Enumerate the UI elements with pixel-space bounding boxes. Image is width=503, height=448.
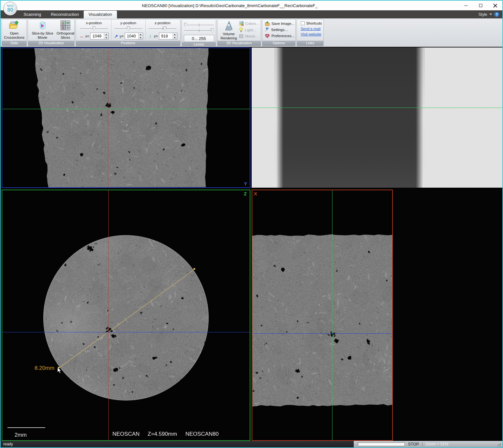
volume-rendering-button[interactable]: Volume Rendering [219, 19, 238, 40]
slice-movie-button[interactable]: Slice-by-Slice Movie [28, 19, 57, 40]
x-equals-label: x= [85, 34, 89, 38]
levels-low-tick [199, 24, 199, 26]
maximize-button[interactable] [473, 1, 488, 10]
z-slider-thumb[interactable] [163, 26, 166, 31]
measurement-endpoint-end[interactable] [194, 268, 195, 270]
xy-crosshair-horizontal-green[interactable] [2, 109, 250, 109]
levels-high-thumb[interactable] [211, 28, 214, 33]
group-caption-levels: Levels [182, 42, 216, 46]
group-caption-3d: 3D Visualization [217, 41, 261, 46]
spin-up-icon [140, 34, 141, 35]
z-axis-arrow-icon: ↕ [148, 34, 153, 38]
y-position-slider[interactable] [114, 26, 142, 31]
shortcuts-checkbox[interactable] [301, 21, 305, 25]
footer-z-value: Z=4.590mm [148, 431, 177, 437]
window-title: NEOSCAN80 [Visualization] D:\Results\Geo… [1, 3, 459, 8]
viewport-projection [252, 47, 502, 188]
help-icon[interactable]: ? [494, 12, 499, 17]
minimize-icon [464, 5, 468, 6]
z-spin-down-button[interactable] [173, 36, 177, 39]
tab-visualization[interactable]: Visualization [84, 11, 117, 18]
x-crosshair-horizontal-blue[interactable] [252, 333, 392, 334]
levels-low-slider[interactable] [184, 23, 214, 27]
shortcuts-label: Shortcuts [306, 21, 322, 25]
viewport-xy-canvas[interactable] [2, 48, 250, 187]
save-image-label: Save Image... [271, 22, 294, 26]
movie-label: Movie... [245, 34, 258, 38]
y-value[interactable]: 1040 [125, 33, 138, 39]
send-email-link[interactable]: Send e-mail [301, 27, 320, 31]
tab-scanning[interactable]: Scanning [19, 11, 46, 18]
settings-button[interactable]: Settings... [265, 27, 288, 32]
group-caption-links: Links [297, 41, 323, 46]
close-button[interactable] [488, 1, 502, 10]
y-spin-down-button[interactable] [139, 36, 143, 39]
status-ready-label: ready [1, 441, 354, 447]
z-value[interactable]: 918 [159, 33, 173, 39]
x-spin-up-button[interactable] [104, 33, 108, 36]
z-crosshair-horizontal-blue[interactable] [2, 332, 250, 332]
mouse-cursor-icon [57, 367, 62, 374]
viewport-z-canvas[interactable] [2, 190, 250, 440]
x-crosshair-vertical-green[interactable] [332, 190, 332, 440]
xy-crosshair-vertical-red[interactable] [108, 48, 108, 187]
y-position-label: y-position [120, 21, 136, 25]
viewport-x: X [252, 190, 393, 441]
footer-model-name: NEOSCAN80 [185, 431, 219, 437]
status-separator [422, 442, 423, 446]
y-spin-up-button[interactable] [139, 33, 143, 36]
x-value-input[interactable]: 1049 [90, 33, 109, 39]
ribbon-group-3d: Volume Rendering Colors... [217, 19, 261, 46]
y-slider-thumb[interactable] [127, 26, 130, 31]
spin-down-icon [140, 37, 141, 38]
z-spin-up-button[interactable] [173, 33, 177, 36]
levels-high-slider[interactable] [184, 28, 214, 33]
stop-button[interactable]: STOP [408, 442, 419, 446]
preferences-label: Preferences... [271, 34, 295, 38]
z-position-slider[interactable] [149, 26, 176, 31]
viewport-x-canvas[interactable] [252, 190, 392, 440]
scale-bar-label: 2mm [15, 432, 27, 438]
tab-reconstruction[interactable]: Reconstruction [46, 11, 84, 18]
movie-button[interactable]: Movie... [239, 34, 259, 38]
ortho-slices-button[interactable]: Orthogonal Slices [57, 19, 74, 40]
preferences-button[interactable]: Preferences... [265, 34, 295, 38]
volume-rendering-icon [223, 20, 234, 31]
open-crossections-button[interactable]: Open Crossections [2, 19, 26, 40]
shortcuts-row: Shortcuts [301, 21, 322, 25]
group-caption-2d: 2D Visualization [28, 41, 74, 46]
app-logo-button[interactable]: NEO 80 [3, 2, 17, 16]
x-position-slider[interactable] [80, 26, 108, 31]
ribbon-group-links: Shortcuts Send e-mail Visit website Link… [297, 19, 324, 46]
minimize-button[interactable] [459, 1, 473, 10]
save-image-button[interactable]: Save Image... [265, 21, 294, 26]
measurement-label: 8.20mm [35, 365, 54, 371]
style-dropdown[interactable]: Style [478, 12, 487, 17]
light-button[interactable]: Light... [239, 27, 259, 32]
spin-up-icon [174, 34, 176, 35]
maximize-icon [479, 4, 482, 7]
zoom-level-label: zoom = 31% [426, 442, 448, 446]
close-icon [493, 4, 497, 7]
colors-icon [239, 21, 244, 26]
colors-button[interactable]: Colors... [239, 21, 259, 26]
axis-label-z: Z [244, 191, 247, 196]
resize-grip[interactable] [497, 442, 501, 446]
viewport-area: Y 8.20mm 2mm NEOSCAN Z=4.590mm NEOSCAN80… [1, 47, 502, 441]
levels-low-thumb[interactable] [184, 23, 187, 27]
x-value[interactable]: 1049 [90, 33, 104, 39]
viewport-projection-canvas[interactable] [252, 47, 502, 188]
z-position-label: z-position [154, 21, 170, 25]
y-value-input[interactable]: 1040 [125, 33, 143, 39]
visit-website-link[interactable]: Visit website [301, 32, 321, 36]
progress-bar [358, 442, 405, 446]
z-value-input[interactable]: 918 [159, 33, 177, 39]
z-slider-tick [162, 27, 163, 30]
z-crosshair-vertical-red[interactable] [108, 190, 109, 440]
x-spin-down-button[interactable] [104, 36, 108, 39]
projection-crosshair-horizontal-green[interactable] [252, 108, 502, 108]
levels-range-box[interactable]: 0... 255 [184, 35, 214, 42]
x-slider-thumb[interactable] [93, 26, 96, 31]
ribbon: Open Crossections Data Slice-by-Slice Mo… [1, 18, 502, 47]
scale-bar [7, 427, 45, 428]
